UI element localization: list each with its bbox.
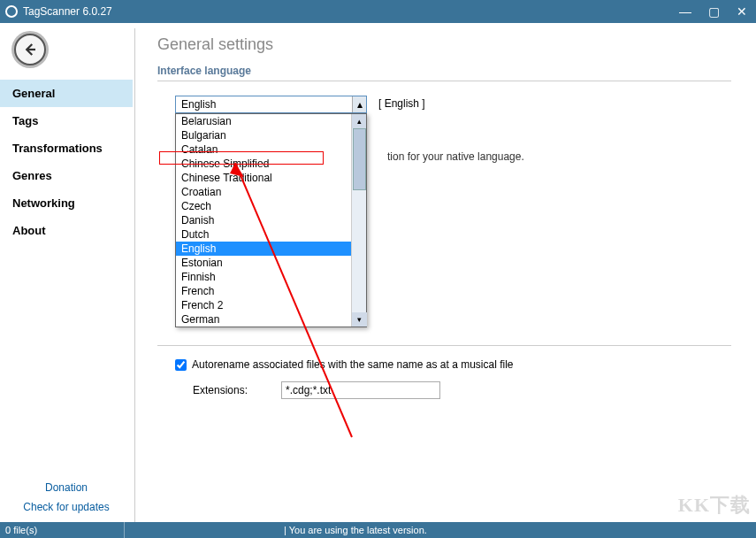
- check-updates-link[interactable]: Check for updates: [0, 497, 133, 517]
- divider-line: [157, 345, 731, 346]
- window-title: TagScanner 6.0.27: [23, 5, 671, 18]
- sidebar-item-transformations[interactable]: Transformations: [0, 134, 133, 162]
- partial-helper-text: tion for your native language.: [387, 150, 524, 163]
- content-area: General settings Interface language Engl…: [141, 28, 747, 522]
- status-version: | You are using the latest version.: [125, 525, 756, 535]
- option-croatian[interactable]: Croatian: [176, 185, 352, 199]
- page-title: General settings: [157, 35, 731, 54]
- option-english[interactable]: English: [176, 242, 352, 256]
- autorename-checkbox[interactable]: [175, 359, 187, 371]
- maximize-button[interactable]: ▢: [699, 0, 728, 23]
- option-french2[interactable]: French 2: [176, 298, 352, 312]
- option-chinese-traditional[interactable]: Chinese Traditional: [176, 171, 352, 185]
- back-button[interactable]: [14, 34, 46, 65]
- status-bar: 0 file(s) | You are using the latest ver…: [0, 522, 756, 538]
- scroll-down-button[interactable]: ▾: [352, 312, 367, 327]
- option-czech[interactable]: Czech: [176, 199, 352, 213]
- app-icon: [5, 5, 18, 18]
- sidebar-item-genres[interactable]: Genres: [0, 162, 133, 189]
- option-german[interactable]: German: [176, 312, 352, 327]
- option-bulgarian[interactable]: Bulgarian: [176, 128, 352, 142]
- option-estonian[interactable]: Estonian: [176, 256, 352, 270]
- sidebar-item-general[interactable]: General: [0, 80, 133, 107]
- language-combo[interactable]: English ▴: [175, 96, 367, 113]
- option-dutch[interactable]: Dutch: [176, 227, 352, 242]
- current-language-label: [ English ]: [378, 97, 425, 110]
- option-french[interactable]: French: [176, 284, 352, 298]
- sidebar-item-about[interactable]: About: [0, 217, 133, 244]
- scrollbar[interactable]: ▴ ▾: [351, 114, 366, 327]
- option-chinese-simplified[interactable]: Chinese Simplified: [176, 157, 352, 171]
- arrow-left-icon: [22, 42, 38, 58]
- watermark: KK下载: [678, 492, 751, 519]
- donation-link[interactable]: Donation: [0, 478, 133, 497]
- title-bar: TagScanner 6.0.27 — ▢ ✕: [0, 0, 756, 23]
- autorename-label: Autorename associated files with the sam…: [192, 358, 514, 371]
- section-interface-language: Interface language: [157, 65, 731, 81]
- divider: [134, 28, 135, 522]
- sidebar: General Tags Transformations Genres Netw…: [0, 80, 133, 244]
- scroll-thumb[interactable]: [353, 128, 366, 190]
- sidebar-item-networking[interactable]: Networking: [0, 189, 133, 217]
- option-finnish[interactable]: Finnish: [176, 270, 352, 284]
- option-belarusian[interactable]: Belarusian: [176, 114, 352, 128]
- close-button[interactable]: ✕: [728, 0, 756, 23]
- combo-value: English: [176, 98, 352, 111]
- sidebar-item-tags[interactable]: Tags: [0, 107, 133, 134]
- option-danish[interactable]: Danish: [176, 213, 352, 227]
- option-catalan[interactable]: Catalan: [176, 142, 352, 157]
- scroll-up-button[interactable]: ▴: [352, 114, 366, 128]
- sidebar-bottom: Donation Check for updates: [0, 478, 133, 517]
- status-files: 0 file(s): [0, 525, 124, 535]
- chevron-up-icon[interactable]: ▴: [352, 96, 366, 112]
- extensions-label: Extensions:: [193, 384, 281, 396]
- extensions-input[interactable]: [281, 381, 440, 399]
- minimize-button[interactable]: —: [671, 0, 699, 23]
- language-dropdown: Belarusian Bulgarian Catalan Chinese Sim…: [175, 113, 367, 327]
